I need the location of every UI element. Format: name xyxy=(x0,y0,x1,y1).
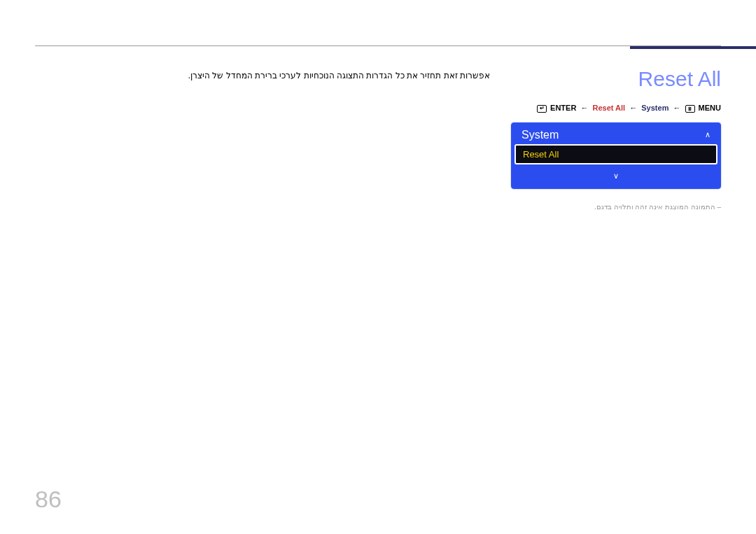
breadcrumb-item-system: System xyxy=(641,104,668,112)
top-divider xyxy=(35,45,721,46)
image-caption: – התמונה המוצגת אינה זהה ותלויה בדגם. xyxy=(511,203,721,211)
arrow-icon: ← xyxy=(580,104,588,112)
page-title: Reset All xyxy=(511,67,721,91)
menu-header-label: System xyxy=(522,129,559,141)
description-text: אפשרות זאת תחזיר את כל הגדרות התצוגה הנו… xyxy=(35,71,490,80)
left-column: אפשרות זאת תחזיר את כל הגדרות התצוגה הנו… xyxy=(35,67,490,211)
breadcrumb: ↵ ENTER ← Reset All ← System ← Ⅲ MENU xyxy=(511,104,721,113)
menu-item-reset-all[interactable]: Reset All xyxy=(514,144,718,164)
breadcrumb-enter-label: ENTER xyxy=(550,104,576,112)
on-screen-menu: System ∧ Reset All ∨ xyxy=(511,122,721,189)
menu-header-row: System ∧ xyxy=(512,123,720,144)
menu-icon: Ⅲ xyxy=(685,105,695,113)
breadcrumb-item-reset-all: Reset All xyxy=(592,104,625,112)
breadcrumb-menu-label: MENU xyxy=(699,104,721,112)
caption-dash: – xyxy=(715,203,721,211)
manual-page: Reset All ↵ ENTER ← Reset All ← System ←… xyxy=(0,0,756,534)
chevron-down-icon[interactable]: ∨ xyxy=(613,171,619,180)
caption-text: התמונה המוצגת אינה זהה ותלויה בדגם. xyxy=(594,203,715,211)
arrow-icon: ← xyxy=(629,104,637,112)
top-accent-bar xyxy=(630,46,756,49)
arrow-icon: ← xyxy=(673,104,680,112)
menu-footer-row: ∨ xyxy=(512,164,720,188)
enter-icon: ↵ xyxy=(537,105,547,113)
chevron-up-icon[interactable]: ∧ xyxy=(705,130,710,139)
content-row: Reset All ↵ ENTER ← Reset All ← System ←… xyxy=(35,67,721,211)
right-column: Reset All ↵ ENTER ← Reset All ← System ←… xyxy=(511,67,721,211)
page-number: 86 xyxy=(35,486,62,513)
